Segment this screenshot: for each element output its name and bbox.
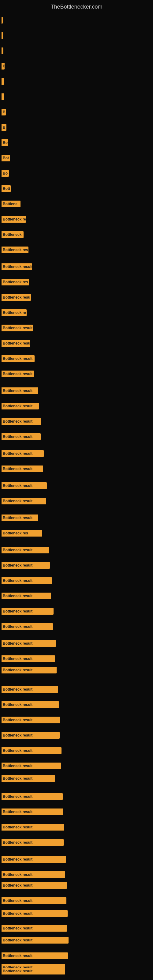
bar: Bottleneck result <box>2 577 52 584</box>
bar-row: Bottleneck result <box>2 623 53 630</box>
bar-row: Bottleneck result <box>2 608 54 615</box>
bar-row: Bottleneck result <box>2 387 38 394</box>
bar-row: Bottleneck result <box>2 701 59 708</box>
bar: Bottleneck result <box>2 882 67 889</box>
bar-row: Bottleneck result <box>2 263 32 270</box>
bar: Bottleneck result <box>2 263 32 270</box>
bar-label: Bottleneck result <box>3 579 32 583</box>
bar: Bottleneck result <box>2 871 65 878</box>
bar: Bottleneck result <box>2 953 68 959</box>
bar-label: Bottleneck result <box>3 467 32 471</box>
bar-row: Bottleneck <box>2 231 24 238</box>
bar: Bottleneck result <box>2 856 66 863</box>
bar-row: Bottleneck result <box>2 667 57 673</box>
bar-label: Bo <box>3 140 8 145</box>
bar-row: Bottleneck result <box>2 371 34 377</box>
bar-label: Bottleneck res <box>3 248 28 252</box>
bar-label: Bottleneck result <box>3 703 32 707</box>
bar-label: Bottleneck result <box>3 419 32 423</box>
bar: Bottleneck re <box>2 216 26 223</box>
bar-label: Bottleneck result <box>3 687 32 692</box>
bar: Bottleneck result <box>2 562 50 569</box>
bar-label: Bottleneck result <box>3 641 32 646</box>
bar: Bottleneck result <box>2 514 38 521</box>
bar-label: Bottleneck result <box>3 484 32 488</box>
bar: Bottleneck result <box>2 910 68 917</box>
bar: Bottleneck result <box>2 418 41 425</box>
bar: Bottleneck <box>2 231 24 238</box>
bar-row: Bottleneck result <box>2 450 44 457</box>
bar-row: Bottleneck result <box>2 717 60 723</box>
bar: Bottleneck result <box>2 717 60 723</box>
bar-label: Bottleneck result <box>3 899 32 903</box>
bar-row: Bottleneck result <box>2 910 68 917</box>
bar-label: Bottleneck res <box>3 280 28 284</box>
bar-label: Bottleneck <box>3 232 21 237</box>
bar: Bottleneck res <box>2 530 42 536</box>
bar-label: Bottleneck result <box>3 883 32 888</box>
bar: Bottleneck result <box>2 775 55 782</box>
bar-row: B <box>2 109 6 115</box>
bar-row: Bottleneck result <box>2 640 56 647</box>
bar-label: Bottleneck res <box>3 531 28 535</box>
bar <box>2 94 4 100</box>
bar: Bottleneck result <box>2 498 46 504</box>
bar-label: Bottleneck result <box>3 434 32 439</box>
bar-label: Bottleneck result <box>3 389 32 393</box>
bar-label: Bottleneck result <box>3 499 32 503</box>
bar-row: Bottleneck result <box>2 882 67 889</box>
bar-row: Bottleneck result <box>2 325 33 331</box>
bar-label: Bottleneck result <box>3 372 32 376</box>
bar-row: Bottleneck res <box>2 247 29 253</box>
bar-label: Bottleneck result <box>3 404 32 408</box>
bar-row: B <box>2 63 5 70</box>
bar-row: Bott <box>2 185 11 192</box>
bar-label: B <box>3 125 5 130</box>
bar: Bott <box>2 185 11 192</box>
bar: Bottleneck result <box>2 450 44 457</box>
bar-row <box>2 48 3 54</box>
bar: Bottleneck res <box>2 279 29 285</box>
bar: Bottleneck result <box>2 762 61 769</box>
bar-label: Bottleneck result <box>3 326 32 330</box>
site-title: TheBottlenecker.com <box>0 0 153 13</box>
bar-row: Bottleneck result <box>2 747 62 754</box>
bar-row: Bottleneck result <box>2 355 35 362</box>
bar: Bottleneck resu <box>2 294 31 301</box>
bar <box>2 78 4 85</box>
bar-label: Bottleneck result <box>3 912 32 916</box>
bar-row: Bottleneck res <box>2 530 42 536</box>
bar-label: Bot <box>3 156 9 160</box>
bar: Bottleneck result <box>2 640 56 647</box>
bar-row: Bottleneck result <box>2 418 41 425</box>
bar-row: Bottleneck result <box>2 498 46 504</box>
bar: Bottleneck resu <box>2 340 30 347</box>
bar <box>2 48 3 54</box>
bar-label: Bottleneck result <box>3 840 32 845</box>
bar-label: Bottleneck result <box>3 733 32 737</box>
bar: Bottleneck result <box>2 547 49 554</box>
bar: Bottleneck result <box>2 466 43 472</box>
bar: Bottleneck result <box>2 793 63 800</box>
bar-row: B <box>2 124 6 131</box>
bar: Bottleneck result <box>2 433 41 440</box>
bar-row: Bottleneck result <box>2 925 67 932</box>
bar-row: Bottleneck result <box>2 937 69 943</box>
bar-label: Bott <box>3 186 10 191</box>
bar: Bottleneck result <box>2 747 62 754</box>
bar: Bottleneck result <box>2 732 60 739</box>
bar-row: Bottleneck result <box>2 593 51 599</box>
bar-row: Bottleneck result <box>2 968 65 975</box>
bar-label: Bottleneck result <box>3 718 32 722</box>
bar-row: Bottleneck result <box>2 762 61 769</box>
bar: B <box>2 109 6 115</box>
bar-row: Bottleneck result <box>2 871 65 878</box>
bar-label: B <box>3 64 5 68</box>
bar-label: Bottleneck result <box>3 516 32 520</box>
bar-row: Bottleneck result <box>2 403 39 409</box>
bar-row: Bottleneck result <box>2 953 68 959</box>
bar: Bottleneck result <box>2 808 63 815</box>
bar-row: Bottleneck resu <box>2 294 31 301</box>
bar: B <box>2 124 6 131</box>
bar-label: Bottleneck result <box>3 609 32 613</box>
